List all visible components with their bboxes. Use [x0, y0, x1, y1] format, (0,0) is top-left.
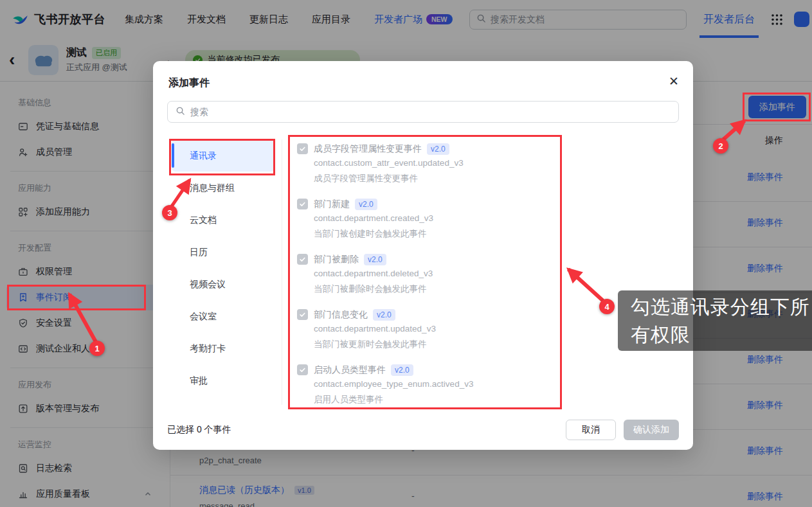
event-list: 成员字段管理属性变更事件v2.0contact.custom_attr_even… [289, 136, 562, 419]
modal-category-item[interactable]: 通讯录 [172, 139, 275, 172]
modal-title: 添加事件 [168, 76, 210, 90]
search-icon [176, 106, 185, 118]
category-list: 通讯录消息与群组云文档日历视频会议会议室考勤打卡审批 [172, 139, 275, 396]
close-icon[interactable]: ✕ [669, 74, 679, 89]
version-badge: v2.0 [355, 199, 377, 210]
event-name: 成员字段管理属性变更事件 [314, 143, 422, 155]
event-checkbox-checked[interactable] [297, 254, 308, 265]
modal-footer: 已选择 0 个事件 取消 确认添加 [153, 410, 693, 450]
event-checkbox-checked[interactable] [297, 143, 308, 154]
event-checkbox-checked[interactable] [297, 309, 308, 320]
annotation-step-2: 2 [713, 138, 728, 154]
event-name: 部门新建 [314, 199, 350, 210]
version-badge: v2.0 [391, 364, 413, 376]
annotation-tooltip: 勾选通讯录分组下所有权限 [618, 290, 812, 351]
event-item: 成员字段管理属性变更事件v2.0contact.custom_attr_even… [289, 143, 562, 186]
event-code: contact.custom_attr_event.updated_v3 [314, 156, 562, 171]
modal-category-item[interactable]: 云文档 [172, 204, 275, 236]
event-desc: 当部门被删除时会触发此事件 [314, 281, 562, 297]
modal-category-item[interactable]: 视频会议 [172, 268, 275, 300]
event-item: 部门新建v2.0contact.department.created_v3当部门… [289, 198, 562, 242]
event-title-row: 启动人员类型事件v2.0 [314, 364, 562, 377]
event-item: 部门被删除v2.0contact.department.deleted_v3当部… [289, 253, 562, 297]
confirm-add-button[interactable]: 确认添加 [624, 420, 679, 440]
annotation-step-4: 4 [599, 299, 615, 314]
event-code: contact.employee_type_enum.actived_v3 [314, 377, 562, 392]
event-title-row: 部门被删除v2.0 [314, 253, 562, 266]
event-desc: 当部门被创建时会触发此事件 [314, 226, 562, 242]
event-checkbox-checked[interactable] [297, 199, 308, 209]
modal-search-box[interactable] [167, 101, 679, 123]
event-name: 部门信息变化 [314, 309, 368, 321]
modal-category-item[interactable]: 消息与群组 [172, 172, 275, 204]
event-desc: 当部门被更新时会触发此事件 [314, 337, 562, 352]
event-name: 部门被删除 [314, 254, 359, 265]
event-desc: 启用人员类型事件 [314, 392, 562, 407]
annotation-step-1: 1 [89, 341, 105, 356]
event-item: 部门信息变化v2.0contact.department.updated_v3当… [289, 308, 562, 352]
event-title-row: 部门新建v2.0 [314, 198, 562, 211]
event-code: contact.department.deleted_v3 [314, 266, 562, 281]
event-name: 启动人员类型事件 [314, 364, 386, 376]
selected-count: 已选择 0 个事件 [167, 424, 231, 436]
event-desc: 成员字段管理属性变更事件 [314, 171, 562, 186]
modal-search-input[interactable] [190, 107, 671, 117]
cancel-button[interactable]: 取消 [566, 420, 616, 440]
event-item: 启动人员类型事件v2.0contact.employee_type_enum.a… [289, 364, 562, 407]
version-badge: v2.0 [427, 143, 449, 155]
version-badge: v2.0 [373, 309, 395, 321]
add-event-modal: 添加事件 ✕ 通讯录消息与群组云文档日历视频会议会议室考勤打卡审批 成员字段管理… [153, 61, 693, 450]
modal-category-item[interactable]: 考勤打卡 [172, 332, 275, 364]
version-badge: v2.0 [364, 254, 386, 265]
event-title-row: 部门信息变化v2.0 [314, 308, 562, 321]
event-checkbox-checked[interactable] [297, 364, 308, 375]
divider [282, 139, 282, 405]
event-title-row: 成员字段管理属性变更事件v2.0 [314, 143, 562, 156]
modal-category-item[interactable]: 审批 [172, 364, 275, 396]
annotation-step-3: 3 [162, 205, 177, 220]
event-code: contact.department.updated_v3 [314, 321, 562, 337]
modal-category-item[interactable]: 日历 [172, 236, 275, 268]
event-code: contact.department.created_v3 [314, 211, 562, 226]
modal-category-item[interactable]: 会议室 [172, 300, 275, 332]
